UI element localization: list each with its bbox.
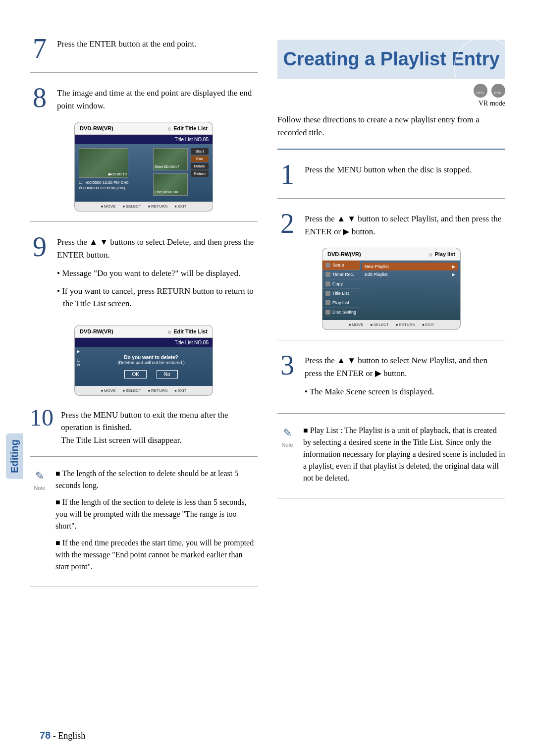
menu-item-disc-setting[interactable]: Disc Setting	[322, 308, 360, 317]
copy-icon	[325, 281, 330, 286]
dvd-rw-badge-icon: DVD-RW	[491, 84, 505, 98]
step-text: Press the MENU button to exit the menu a…	[61, 406, 258, 447]
dialog-line1: Do you want to delete?	[95, 355, 208, 360]
no-button[interactable]: No	[157, 370, 178, 378]
menu-item-setup[interactable]: Setup	[322, 261, 360, 270]
step-8: 8 The image and time at the end point ar…	[30, 84, 258, 112]
dialog-line2: (Deleted part will not be restored.)	[95, 360, 208, 365]
menu-item-title-list[interactable]: Title List	[322, 289, 360, 298]
step-number: 3	[277, 351, 297, 403]
screenshot-edit-title-list: DVD-RW(VR) ☼ Edit Title List Title List …	[74, 122, 213, 212]
note-item: Play List : The Playlist is a unit of pl…	[303, 425, 505, 484]
mode-badges: DVD-RAM DVD-RW	[277, 84, 505, 98]
page-content: 7 Press the ENTER button at the end poin…	[30, 35, 505, 598]
return-hint: RETURN	[148, 204, 168, 209]
note-icon: ✎	[277, 425, 297, 441]
note-label: Note	[277, 441, 297, 449]
divider	[277, 340, 505, 340]
play-icon	[325, 300, 330, 305]
list-icon	[325, 291, 330, 296]
menu-item-copy[interactable]: Copy	[322, 279, 360, 289]
move-hint: MOVE	[101, 204, 116, 209]
screenshot-header: DVD-RW(VR) ☼ Edit Title List	[75, 325, 213, 338]
divider	[277, 498, 505, 498]
end-thumbnail: End 00:00:00	[153, 173, 188, 196]
menu-item-play-list[interactable]: Play List	[322, 298, 360, 308]
start-thumbnail: Start 00:00:17	[153, 148, 188, 170]
step-r1: 1 Press the MENU button when the disc is…	[277, 161, 505, 188]
divider	[277, 198, 505, 199]
note-label: Note	[30, 484, 50, 492]
screenshot-footer: MOVE SELECT RETURN EXIT	[322, 320, 460, 329]
end-button[interactable]: End	[191, 156, 209, 162]
step-r3: 3 Press the ▲ ▼ button to select New Pla…	[277, 351, 505, 403]
step-bullet: Message "Do you want to delete?" will be…	[57, 267, 258, 280]
note-item: The length of the selection to delete sh…	[55, 468, 258, 491]
left-column: 7 Press the ENTER button at the end poin…	[30, 35, 258, 598]
time-info: ☐ --/00/2000 12:00 PM CH0 ⊘ 00/00/00 12:…	[79, 180, 150, 191]
side-tab-editing: Editing	[6, 433, 23, 479]
step-10: 10 Press the MENU button to exit the men…	[30, 406, 258, 447]
screenshot-footer: MOVE SELECT RETURN EXIT	[75, 202, 213, 211]
exit-hint: EXIT	[174, 388, 186, 393]
delete-button[interactable]: Delete	[191, 163, 209, 169]
page-number: 78	[40, 730, 51, 741]
header-right: ☼ Edit Title List	[167, 125, 208, 131]
mode-text: VR mode	[277, 100, 505, 108]
header-left: DVD-RW(VR)	[80, 125, 113, 131]
return-button[interactable]: Return	[191, 170, 209, 177]
step-number: 2	[277, 210, 297, 238]
disc-icon	[325, 310, 330, 315]
note-icon: ✎	[30, 468, 50, 484]
move-hint: MOVE	[349, 323, 364, 327]
right-column: Creating a Playlist Entry DVD-RAM DVD-RW…	[277, 35, 505, 598]
note-block-left: ✎ Note The length of the selection to de…	[30, 468, 258, 578]
header-left: DVD-RW(VR)	[80, 328, 113, 334]
step-9: 9 Press the ▲ ▼ buttons to select Delete…	[30, 233, 258, 315]
step-bullet: The Make Scene screen is displayed.	[305, 385, 505, 398]
screenshot-menu: Setup Timer Rec. Copy Title List Play Li…	[322, 261, 460, 320]
video-thumbnail: ▶ 00:00:19	[79, 148, 128, 178]
screenshot-body: ▶ 00:00:19 ☐ --/00/2000 12:00 PM CH0 ⊘ 0…	[75, 144, 213, 202]
return-hint: RETURN	[148, 388, 168, 393]
intro-text: Follow these directions to create a new …	[277, 113, 505, 139]
clock-icon	[325, 272, 330, 277]
divider	[30, 72, 258, 73]
note-block-right: ✎ Note Play List : The Playlist is a uni…	[277, 425, 505, 489]
note-item: If the length of the section to delete i…	[55, 496, 258, 532]
submenu-edit-playlist[interactable]: Edit Playlist▶	[362, 270, 458, 278]
select-hint: SELECT	[122, 388, 141, 393]
step-number: 10	[30, 406, 54, 447]
step-text: Press the MENU button when the disc is s…	[305, 161, 505, 188]
page-language: English	[58, 731, 85, 741]
step-number: 8	[30, 84, 50, 112]
dvd-ram-badge-icon: DVD-RAM	[474, 84, 487, 98]
step-number: 9	[30, 233, 50, 315]
screenshot-delete-dialog: DVD-RW(VR) ☼ Edit Title List Title List …	[74, 325, 213, 396]
section-title: Creating a Playlist Entry	[277, 40, 505, 79]
screenshot-footer: MOVE SELECT RETURN EXIT	[75, 386, 213, 395]
divider-blue	[277, 149, 505, 150]
select-hint: SELECT	[122, 204, 141, 209]
header-left: DVD-RW(VR)	[327, 251, 361, 257]
divider	[30, 587, 258, 587]
step-text: The image and time at the end point are …	[57, 84, 258, 112]
screenshot-titlebar: Title List NO.05	[75, 135, 213, 144]
divider	[30, 221, 258, 222]
return-hint: RETURN	[396, 323, 416, 327]
step-number: 7	[30, 35, 50, 62]
header-right: ☼ Edit Title List	[167, 328, 208, 334]
start-button[interactable]: Start	[191, 148, 209, 155]
screenshot-titlebar: Title List NO.05	[75, 338, 213, 347]
step-r2: 2 Press the ▲ ▼ button to select Playlis…	[277, 210, 505, 238]
gear-icon	[325, 263, 330, 268]
step-text: Press the ▲ ▼ button to select New Playl…	[305, 351, 505, 403]
screenshot-header: DVD-RW(VR) ☼ Edit Title List	[75, 122, 213, 135]
step-number: 1	[277, 161, 297, 188]
ok-button[interactable]: OK	[124, 370, 146, 378]
screenshot-playlist-menu: DVD-RW(VR) ☼ Play list Setup Timer Rec. …	[322, 248, 461, 330]
menu-item-timer-rec[interactable]: Timer Rec.	[322, 270, 360, 279]
header-right: ☼ Play list	[428, 251, 455, 257]
submenu-new-playlist[interactable]: New Playlist▶	[362, 263, 458, 270]
divider	[30, 456, 258, 457]
